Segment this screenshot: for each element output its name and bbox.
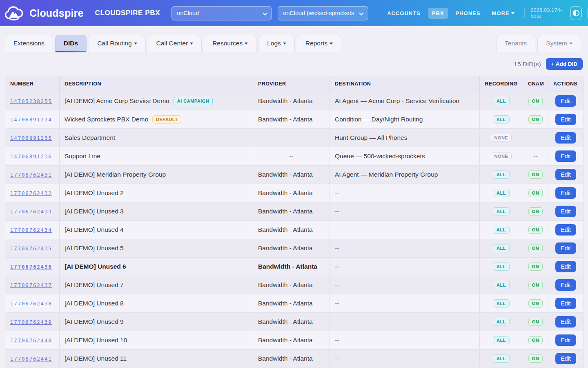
did-number-link[interactable]: 14705238255 [10,98,52,104]
tab-dids[interactable]: DIDs [55,35,87,52]
edit-did-button[interactable]: Edit [555,316,576,328]
did-description-cell: Sales Department [60,129,253,147]
did-number-link[interactable]: 17706762433 [10,209,52,215]
caret-down-icon [511,12,514,14]
tab-logs[interactable]: Logs [258,35,295,52]
column-header-actions: Actions [548,76,584,92]
recording-badge: ALL [493,318,510,326]
did-number-cell: 17706762440 [5,331,60,350]
did-number-cell: 17706762438 [5,294,60,313]
tab-extensions[interactable]: Extensions [5,35,53,52]
tab-reports[interactable]: Reports [297,35,341,52]
description-content: [AI DEMO] Unused 7 [65,281,248,289]
provider-cell: -- [253,129,330,147]
edit-did-button[interactable]: Edit [555,114,576,125]
table-row: 14705238255[AI DEMO] Acme Corp Service D… [5,92,584,110]
recording-cell: ALL [480,202,523,221]
did-number-link[interactable]: 14706891236 [10,153,52,159]
did-number-link[interactable]: 17706762435 [10,245,52,251]
caret-down-icon [569,43,572,45]
actions-cell: Edit [548,110,584,129]
table-row: 17706762437[AI DEMO] Unused 7Bandwidth -… [5,276,584,294]
edit-did-button[interactable]: Edit [555,95,576,107]
recording-cell: ALL [480,294,523,313]
add-did-button[interactable]: + Add DID [546,58,583,70]
did-description-cell: [AI DEMO] Unused 3 [60,202,253,221]
tab-label: Extensions [13,40,45,47]
did-description-cell: [AI DEMO] Unused 4 [60,221,253,239]
edit-did-button[interactable]: Edit [555,353,576,364]
recording-badge: ALL [493,263,510,271]
did-number-link[interactable]: 17706762431 [10,172,52,178]
provider-cell: Bandwidth - Atlanta [253,221,330,239]
did-number-link[interactable]: 17706762439 [10,319,52,325]
did-number-link[interactable]: 14706891235 [10,135,52,141]
did-count-label: 15 DID(s) [514,61,541,68]
edit-did-button[interactable]: Edit [555,150,576,162]
provider-cell: Bandwidth - Atlanta [253,239,330,258]
provider-cell: Bandwidth - Atlanta [253,258,330,276]
did-number-link[interactable]: 17706762432 [10,190,52,196]
did-description-cell: [AI DEMO] Meridian Property Group [60,166,253,184]
actions-cell: Edit [548,276,584,294]
edit-did-button[interactable]: Edit [555,169,576,180]
description-text: [AI DEMO] Acme Corp Service Demo [65,97,169,105]
did-description-cell: [AI DEMO] Unused 6 [60,258,253,276]
destination-text: -- [335,281,339,288]
navbar-link-accounts[interactable]: ACCOUNTS [383,8,425,19]
edit-did-button[interactable]: Edit [555,298,576,309]
did-number-link[interactable]: 17706762434 [10,227,52,233]
did-number-link[interactable]: 17706762437 [10,282,52,288]
tab-system[interactable]: System [537,35,581,52]
tab-label: Tenants [505,40,527,47]
edit-did-button[interactable]: Edit [555,261,576,272]
edit-did-button[interactable]: Edit [555,224,576,236]
edit-did-button[interactable]: Edit [555,132,576,144]
theme-toggle-button[interactable] [570,6,582,20]
brand[interactable]: Cloudspire [4,5,84,21]
did-number-link[interactable]: 17706762441 [10,356,52,362]
column-header-destination: Destination [330,76,480,92]
tab-call-center[interactable]: Call Center [148,35,202,52]
destination-cell: Queue — 500-wicked-sprockets [330,147,480,166]
destination-text: -- [335,318,339,325]
did-number-link[interactable]: 17706762440 [10,337,52,343]
server-select[interactable]: onCloud [172,6,272,20]
description-text: [AI DEMO] Unused 5 [65,245,124,252]
column-header-recording: Recording [480,76,523,92]
recording-badge: ALL [493,281,510,289]
destination-cell: -- [330,239,480,258]
did-number-link[interactable]: 17706762436 [10,264,52,270]
did-number-cell: 14706891234 [5,110,60,129]
table-row: 17706762431[AI DEMO] Meridian Property G… [5,166,584,184]
recording-cell: ALL [480,110,523,129]
navbar-link-more[interactable]: MORE [488,8,519,19]
tab-tenants[interactable]: Tenants [496,35,535,52]
tenant-select[interactable]: onCloud (wicked-sprockets) [278,6,368,20]
did-number-cell: 17706762439 [5,313,60,331]
destination-text: -- [335,208,339,215]
tab-label: System [546,40,567,47]
table-row: 17706762440[AI DEMO] Unused 10Bandwidth … [5,331,584,350]
navbar-link-pbx[interactable]: PBX [428,8,448,19]
recording-badge: ALL [493,189,510,197]
edit-did-button[interactable]: Edit [555,206,576,217]
edit-did-button[interactable]: Edit [555,279,576,291]
tab-call-routing[interactable]: Call Routing [89,35,145,52]
navbar-link-phones[interactable]: PHONES [452,8,485,19]
description-text: [AI DEMO] Unused 10 [65,337,127,344]
cnam-cell: ON [523,350,548,368]
did-description-cell: [AI DEMO] Unused 8 [60,294,253,313]
edit-did-button[interactable]: Edit [555,242,576,254]
tenant-select-wrap: onCloud (wicked-sprockets) [278,6,368,20]
did-description-cell: [AI DEMO] Unused 2 [60,184,253,202]
edit-did-button[interactable]: Edit [555,334,576,346]
did-number-link[interactable]: 17706762438 [10,301,52,307]
edit-did-button[interactable]: Edit [555,187,576,199]
provider-text: Bandwidth - Atlanta [258,281,313,288]
provider-text: Bandwidth - Atlanta [258,208,313,215]
destination-cell: AI Agent — Acme Corp - Service Verificat… [330,92,480,110]
tab-resources[interactable]: Resources [204,35,256,52]
did-description-cell: [AI DEMO] Unused 11 [60,350,253,368]
did-number-link[interactable]: 14706891234 [10,117,52,123]
